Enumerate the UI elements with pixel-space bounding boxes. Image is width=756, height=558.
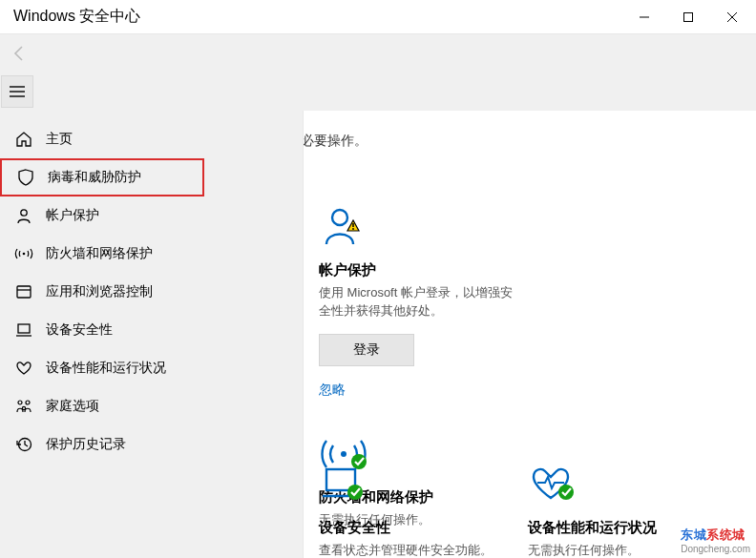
- sidebar-item-label: 防火墙和网络保护: [46, 245, 153, 262]
- svg-rect-11: [18, 324, 30, 333]
- dismiss-link[interactable]: 忽略: [319, 382, 346, 399]
- history-icon: [13, 436, 34, 453]
- sidebar-item-app[interactable]: 应用和浏览器控制: [0, 273, 303, 311]
- svg-point-14: [26, 401, 30, 404]
- app-icon: [13, 283, 34, 300]
- watermark-part1: 东城: [681, 527, 706, 542]
- svg-point-8: [23, 253, 26, 256]
- hamburger-icon: [10, 86, 25, 97]
- maximize-icon: [683, 12, 693, 22]
- watermark: 东城系统城 Dongcheng.com: [681, 527, 750, 554]
- sidebar-item-device-perf[interactable]: 设备性能和运行状况: [0, 349, 303, 387]
- sidebar-item-label: 主页: [46, 131, 73, 148]
- antenna-icon: [13, 245, 34, 262]
- card-device-security: 设备安全性 查看状态并管理硬件安全功能。: [319, 448, 528, 558]
- sidebar-item-account[interactable]: 帐户保护: [0, 196, 303, 235]
- sidebar-item-label: 设备性能和运行状况: [46, 360, 166, 377]
- svg-point-24: [347, 485, 363, 500]
- laptop-ok-icon: [319, 458, 518, 511]
- card-desc: 查看状态并管理硬件安全功能。: [319, 542, 518, 558]
- card-account: 帐户保护 使用 Microsoft 帐户登录，以增强安全性并获得其他好处。 登录…: [319, 191, 529, 418]
- window-controls: [622, 0, 754, 34]
- watermark-part2: 系统城: [706, 527, 746, 542]
- minimize-button[interactable]: [622, 0, 666, 34]
- back-bar: [0, 34, 756, 72]
- svg-rect-9: [17, 286, 31, 298]
- svg-point-25: [558, 485, 574, 500]
- sidebar-item-label: 应用和浏览器控制: [46, 283, 153, 300]
- svg-rect-1: [684, 12, 693, 21]
- back-arrow-icon: [11, 45, 29, 62]
- home-icon: [13, 131, 34, 148]
- family-icon: [13, 398, 34, 415]
- heart-icon: [13, 360, 34, 377]
- sidebar: 主页 病毒和威胁防护 帐户保护 防火墙和网络保护 应用和浏览器控制 设备安全性: [0, 111, 304, 558]
- heart-ok-icon: [528, 458, 727, 511]
- close-button[interactable]: [710, 0, 754, 34]
- hamburger-row: [0, 72, 756, 111]
- person-warning-icon: [319, 200, 519, 254]
- laptop-icon: [13, 321, 34, 339]
- page-subtitle: 必要操作。: [301, 133, 368, 150]
- watermark-url: Dongcheng.com: [681, 544, 750, 554]
- sidebar-item-family[interactable]: 家庭选项: [0, 387, 303, 425]
- sidebar-item-label: 家庭选项: [46, 398, 99, 415]
- back-button[interactable]: [11, 45, 29, 62]
- titlebar: Windows 安全中心: [0, 0, 756, 34]
- sidebar-item-label: 病毒和威胁防护: [48, 169, 141, 186]
- sidebar-item-label: 设备安全性: [46, 321, 113, 339]
- svg-point-13: [18, 401, 22, 404]
- hamburger-button[interactable]: [1, 75, 33, 108]
- cards-row-2: 设备安全性 查看状态并管理硬件安全功能。 设备性能和运行状况 无需执行任何操作。: [319, 448, 737, 558]
- sidebar-item-home[interactable]: 主页: [0, 120, 303, 158]
- card-title: 设备安全性: [319, 519, 518, 537]
- card-title: 帐户保护: [319, 261, 519, 279]
- maximize-button[interactable]: [666, 0, 710, 34]
- sidebar-item-firewall[interactable]: 防火墙和网络保护: [0, 235, 303, 273]
- svg-point-7: [21, 210, 27, 216]
- sidebar-item-label: 帐户保护: [46, 207, 99, 224]
- sidebar-item-label: 保护历史记录: [46, 436, 126, 453]
- svg-point-17: [332, 210, 347, 225]
- sidebar-item-virus[interactable]: 病毒和威胁防护: [0, 158, 204, 196]
- close-icon: [727, 12, 737, 22]
- person-icon: [13, 207, 34, 224]
- signin-button[interactable]: 登录: [319, 334, 414, 366]
- sidebar-item-device-security[interactable]: 设备安全性: [0, 311, 303, 349]
- card-desc: 使用 Microsoft 帐户登录，以增强安全性并获得其他好处。: [319, 284, 519, 320]
- shield-icon: [15, 169, 36, 186]
- svg-point-19: [352, 228, 354, 230]
- minimize-icon: [640, 12, 649, 22]
- sidebar-item-history[interactable]: 保护历史记录: [0, 425, 303, 464]
- window-title: Windows 安全中心: [13, 7, 140, 27]
